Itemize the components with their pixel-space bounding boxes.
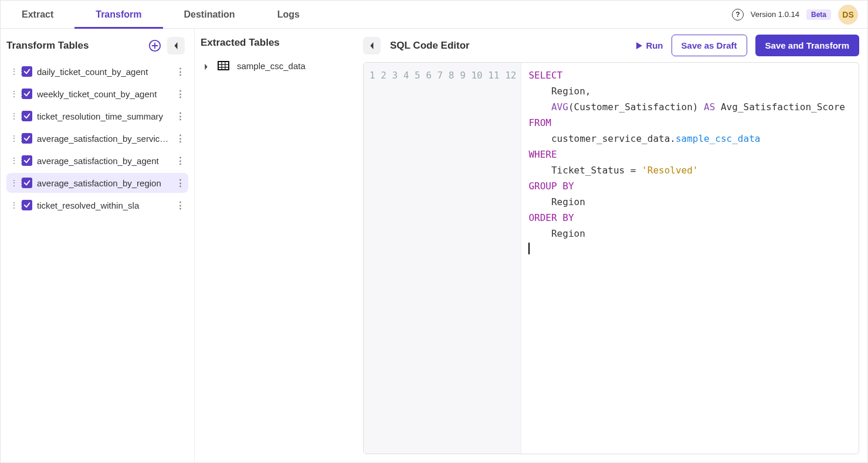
- transform-table-row[interactable]: weekly_ticket_count_by_agent: [6, 84, 188, 104]
- avatar[interactable]: DS: [838, 5, 858, 25]
- table-more-button[interactable]: [175, 66, 185, 77]
- extracted-tables-panel: Extracted Tables sample_csc_data: [194, 29, 357, 462]
- transform-tables-panel: Transform Tables daily_ticket_count_by_a…: [1, 29, 194, 462]
- transform-table-row[interactable]: ticket_resolution_time_summary: [6, 106, 188, 126]
- table-checkbox[interactable]: [22, 111, 32, 121]
- table-checkbox[interactable]: [22, 200, 32, 210]
- sql-editor-panel: SQL Code Editor Run Save as Draft Save a…: [357, 29, 867, 462]
- extracted-panel-title: Extracted Tables: [201, 37, 280, 49]
- table-checkbox[interactable]: [22, 178, 32, 188]
- topbar-right: ? Version 1.0.14 Beta DS: [732, 5, 858, 25]
- save-transform-button[interactable]: Save and Transform: [755, 35, 859, 56]
- gutter: 1 2 3 4 5 6 7 8 9 10 11 12: [364, 63, 521, 454]
- table-more-button[interactable]: [175, 88, 185, 99]
- transform-table-row[interactable]: average_satisfaction_by_region: [6, 173, 188, 193]
- transform-panel-title: Transform Tables: [6, 40, 89, 52]
- svg-rect-7: [226, 65, 229, 67]
- svg-rect-4: [226, 62, 229, 64]
- table-name-label: weekly_ticket_count_by_agent: [37, 89, 171, 99]
- save-draft-button[interactable]: Save as Draft: [672, 35, 747, 56]
- code-content[interactable]: SELECT Region, AVG(Customer_Satisfaction…: [521, 63, 859, 454]
- table-checkbox[interactable]: [22, 155, 32, 166]
- transform-table-row[interactable]: average_satisfaction_by_agent: [6, 151, 188, 171]
- chevron-right-icon[interactable]: [203, 62, 210, 69]
- table-checkbox[interactable]: [22, 66, 32, 77]
- app-shell: Extract Transform Destination Logs ? Ver…: [0, 0, 868, 463]
- run-label: Run: [646, 40, 663, 50]
- collapse-editor-panel-button[interactable]: [363, 37, 381, 55]
- drag-handle-icon[interactable]: [10, 67, 17, 76]
- editor-actions: Run Save as Draft Save and Transform: [636, 35, 859, 56]
- table-name-label: average_satisfaction_by_region: [37, 178, 171, 188]
- main-area: Transform Tables daily_ticket_count_by_a…: [1, 29, 867, 462]
- play-icon: [636, 42, 642, 49]
- transform-table-list: daily_ticket_count_by_agentweekly_ticket…: [6, 62, 188, 215]
- run-button[interactable]: Run: [636, 40, 663, 50]
- extracted-table-list: sample_csc_data: [201, 56, 351, 76]
- code-editor[interactable]: 1 2 3 4 5 6 7 8 9 10 11 12 SELECT Region…: [363, 62, 859, 454]
- tab-extract[interactable]: Extract: [1, 1, 74, 28]
- svg-rect-10: [226, 68, 229, 70]
- svg-rect-6: [222, 65, 225, 67]
- table-name-label: daily_ticket_count_by_agent: [37, 67, 171, 77]
- svg-rect-2: [219, 62, 222, 64]
- drag-handle-icon[interactable]: [10, 89, 17, 98]
- extracted-table-row[interactable]: sample_csc_data: [201, 56, 351, 76]
- svg-rect-3: [222, 62, 225, 64]
- main-tabs: Extract Transform Destination Logs: [1, 1, 321, 28]
- extracted-table-name: sample_csc_data: [237, 61, 306, 71]
- table-name-label: ticket_resolution_time_summary: [37, 111, 171, 121]
- table-name-label: average_satisfaction_by_service...: [37, 134, 171, 144]
- beta-badge: Beta: [806, 9, 831, 20]
- topbar: Extract Transform Destination Logs ? Ver…: [1, 1, 867, 29]
- svg-rect-8: [219, 68, 222, 70]
- table-checkbox[interactable]: [22, 133, 32, 144]
- drag-handle-icon[interactable]: [10, 200, 17, 210]
- table-name-label: ticket_resolved_within_sla: [37, 200, 171, 210]
- svg-rect-5: [219, 65, 222, 67]
- transform-table-row[interactable]: ticket_resolved_within_sla: [6, 195, 188, 215]
- table-icon: [217, 59, 230, 72]
- extracted-panel-header: Extracted Tables: [201, 37, 351, 49]
- editor-title: SQL Code Editor: [390, 40, 470, 52]
- drag-handle-icon[interactable]: [10, 178, 17, 188]
- drag-handle-icon[interactable]: [10, 111, 17, 121]
- editor-header: SQL Code Editor Run Save as Draft Save a…: [363, 35, 859, 56]
- transform-table-row[interactable]: average_satisfaction_by_service...: [6, 128, 188, 148]
- tab-transform[interactable]: Transform: [74, 1, 162, 28]
- transform-table-row[interactable]: daily_ticket_count_by_agent: [6, 62, 188, 81]
- transform-panel-header: Transform Tables: [6, 37, 188, 55]
- help-icon[interactable]: ?: [732, 9, 744, 21]
- table-more-button[interactable]: [175, 155, 185, 166]
- collapse-transform-panel-button[interactable]: [167, 37, 185, 55]
- add-table-button[interactable]: [148, 39, 161, 52]
- svg-rect-9: [222, 68, 225, 70]
- table-more-button[interactable]: [175, 200, 185, 210]
- drag-handle-icon[interactable]: [10, 134, 17, 143]
- table-checkbox[interactable]: [22, 88, 32, 99]
- table-more-button[interactable]: [175, 133, 185, 144]
- tab-destination[interactable]: Destination: [163, 1, 256, 28]
- table-name-label: average_satisfaction_by_agent: [37, 156, 171, 166]
- drag-handle-icon[interactable]: [10, 156, 17, 165]
- tab-logs[interactable]: Logs: [256, 1, 321, 28]
- table-more-button[interactable]: [175, 178, 185, 188]
- table-more-button[interactable]: [175, 111, 185, 121]
- version-label: Version 1.0.14: [751, 10, 799, 19]
